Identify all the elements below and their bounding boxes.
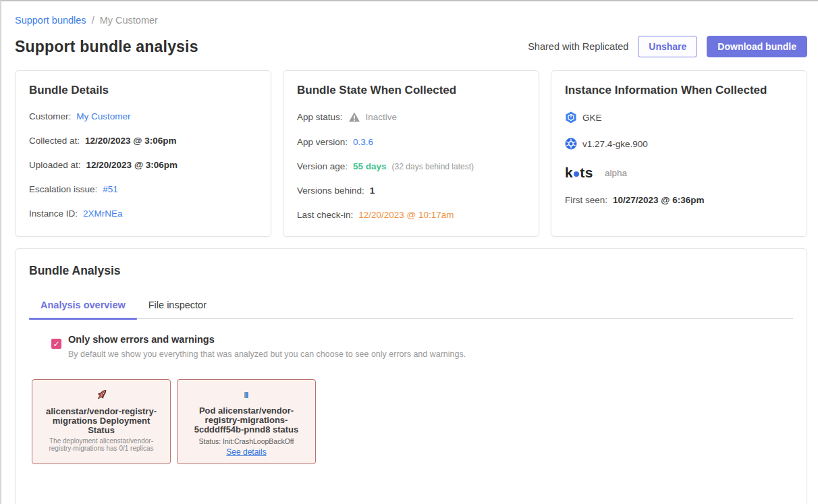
page-header: Support bundle analysis Shared with Repl… [15, 36, 807, 57]
kubernetes-icon [565, 138, 577, 150]
customer-row: Customer: My Customer [29, 111, 257, 121]
app-status-value: Inactive [366, 112, 398, 122]
distribution-value: GKE [582, 113, 602, 123]
version-age-label: Version age: [297, 161, 348, 171]
first-seen-row: First seen: 10/27/2023 @ 6:36pm [565, 195, 793, 205]
app-version-link[interactable]: 0.3.6 [353, 137, 373, 147]
app-status-label: App status: [297, 112, 343, 122]
summary-cards-row: Bundle Details Customer: My Customer Col… [15, 70, 807, 237]
analyzer-card-title: alicenstar/vendor-registry-migrations De… [42, 407, 161, 435]
kots-row: kts alpha [565, 165, 793, 181]
bundle-state-title: Bundle State When Collected [297, 84, 525, 97]
warning-triangle-icon [348, 111, 360, 123]
customer-link[interactable]: My Customer [76, 111, 130, 121]
app-version-label: App version: [297, 137, 348, 147]
first-seen-value: 10/27/2023 @ 6:36pm [613, 195, 705, 205]
breadcrumb-link-support-bundles[interactable]: Support bundles [15, 15, 86, 26]
rocket-icon [93, 387, 109, 404]
filter-description: By default we show you everything that w… [68, 349, 466, 359]
instance-info-card: Instance Information When Collected GKE [551, 70, 807, 237]
uploaded-at-label: Uploaded at: [29, 160, 81, 170]
download-bundle-button[interactable]: Download bundle [707, 36, 807, 57]
collected-at-row: Collected at: 12/20/2023 @ 3:06pm [29, 136, 257, 146]
kots-o-icon [574, 171, 579, 177]
last-checkin-label: Last check-in: [297, 210, 353, 220]
versions-behind-row: Versions behind: 1 [297, 186, 525, 196]
bundle-details-title: Bundle Details [29, 84, 257, 97]
collected-at-value: 12/20/2023 @ 3:06pm [85, 136, 177, 146]
breadcrumb-separator: / [92, 15, 94, 26]
uploaded-at-row: Uploaded at: 12/20/2023 @ 3:06pm [29, 160, 257, 170]
errors-filter-row: ✓ Only show errors and warnings By defau… [51, 334, 793, 359]
breadcrumb-current: My Customer [100, 15, 158, 26]
kots-version-value: alpha [605, 168, 627, 178]
tab-analysis-overview[interactable]: Analysis overview [29, 293, 137, 318]
instance-id-link[interactable]: 2XMrNEa [83, 208, 123, 219]
filter-label: Only show errors and warnings [68, 334, 466, 345]
support-bundle-page: Support bundles / My Customer Support bu… [1, 15, 818, 504]
bundle-analysis-panel: Bundle Analysis Analysis overview File i… [15, 248, 807, 504]
pod-status-text: Status: Init:CrashLoopBackOff [198, 437, 294, 445]
analyzer-card-deployment-status[interactable]: alicenstar/vendor-registry-migrations De… [32, 379, 171, 464]
page-title: Support bundle analysis [15, 38, 198, 56]
collected-at-label: Collected at: [29, 136, 80, 146]
analyzer-results: alicenstar/vendor-registry-migrations De… [32, 379, 793, 464]
analyzer-card-pod-status[interactable]: Pod alicenstar/vendor-registry-migration… [177, 379, 316, 464]
bundle-analysis-title: Bundle Analysis [16, 264, 807, 278]
kots-logo: kts [565, 165, 593, 181]
gke-icon [565, 111, 577, 123]
unshare-button[interactable]: Unshare [638, 36, 697, 57]
distribution-row: GKE [565, 111, 793, 123]
versions-behind-label: Versions behind: [297, 186, 364, 196]
tab-file-inspector[interactable]: File inspector [137, 293, 218, 318]
version-age-note: (32 days behind latest) [392, 162, 474, 171]
bundle-state-card: Bundle State When Collected App status: … [283, 70, 539, 237]
analyzer-card-title: Pod alicenstar/vendor-registry-migration… [187, 406, 306, 435]
shared-status-text: Shared with Replicated [528, 41, 628, 52]
k8s-version-value: v1.27.4-gke.900 [582, 139, 648, 149]
k8s-version-row: v1.27.4-gke.900 [565, 138, 793, 150]
versions-behind-value: 1 [370, 186, 375, 196]
last-checkin-value: 12/20/2023 @ 10:17am [358, 210, 454, 220]
checkmark-icon: ✓ [53, 340, 59, 348]
last-checkin-row: Last check-in: 12/20/2023 @ 10:17am [297, 210, 525, 220]
app-version-row: App version: 0.3.6 [297, 137, 525, 147]
image-placeholder-icon [244, 387, 248, 403]
version-age-value: 55 days [353, 161, 387, 171]
see-details-link[interactable]: See details [226, 447, 266, 457]
breadcrumb: Support bundles / My Customer [15, 15, 807, 26]
customer-label: Customer: [29, 111, 71, 121]
instance-info-title: Instance Information When Collected [565, 84, 793, 97]
analyzer-card-description: The deployment alicenstar/vendor-registr… [42, 438, 161, 452]
uploaded-at-value: 12/20/2023 @ 3:06pm [86, 160, 178, 170]
header-actions: Shared with Replicated Unshare Download … [528, 36, 807, 57]
analysis-tabs: Analysis overview File inspector [29, 293, 793, 319]
app-status-row: App status: Inactive [297, 111, 525, 123]
instance-id-row: Instance ID: 2XMrNEa [29, 208, 257, 219]
escalation-issue-link[interactable]: #51 [103, 184, 118, 194]
escalation-issue-label: Escalation issue: [29, 184, 97, 194]
escalation-issue-row: Escalation issue: #51 [29, 184, 257, 194]
only-errors-checkbox[interactable]: ✓ [51, 339, 61, 349]
bundle-details-card: Bundle Details Customer: My Customer Col… [15, 70, 271, 237]
instance-id-label: Instance ID: [29, 208, 78, 219]
version-age-row: Version age: 55 days (32 days behind lat… [297, 161, 525, 171]
first-seen-label: First seen: [565, 195, 607, 205]
